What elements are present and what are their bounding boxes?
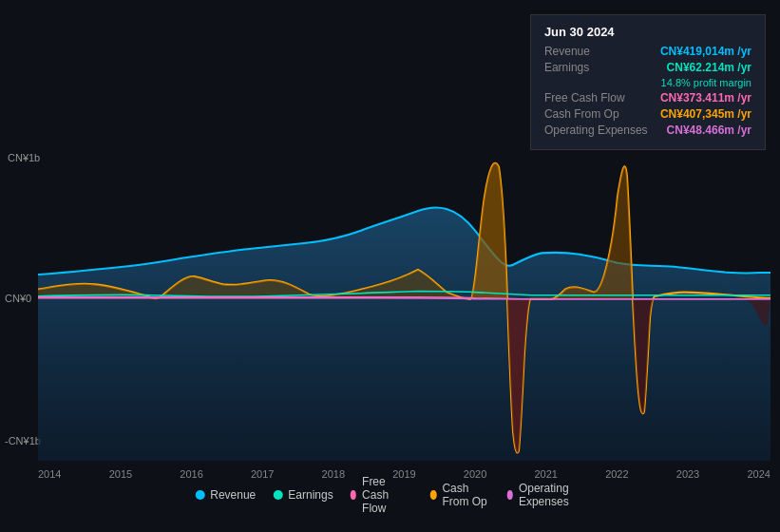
tooltip-value-fcf: CN¥373.411m /yr — [660, 91, 751, 104]
tooltip-row-opex: Operating Expenses CN¥48.466m /yr — [544, 124, 751, 137]
tooltip-value-cashfromop: CN¥407,345m /yr — [660, 107, 751, 121]
tooltip-value-earnings: CN¥62.214m /yr — [667, 61, 751, 74]
x-label-2015: 2015 — [109, 468, 132, 480]
legend-item-opex: Operating Expenses — [507, 482, 585, 508]
chart-svg-area — [38, 147, 770, 461]
legend-label-fcf: Free Cash Flow — [362, 475, 413, 515]
tooltip-row-cashfromop: Cash From Op CN¥407,345m /yr — [544, 107, 751, 121]
chart-svg — [38, 147, 770, 461]
tooltip-row-earnings: Earnings CN¥62.214m /yr — [544, 61, 751, 74]
legend-dot-cashfromop — [430, 490, 436, 500]
y-label-zero: CN¥0 — [5, 293, 31, 304]
legend-dot-earnings — [273, 490, 282, 500]
revenue-area — [38, 207, 770, 461]
y-label-top: CN¥1b — [8, 152, 40, 163]
tooltip-row-revenue: Revenue CN¥419,014m /yr — [544, 45, 751, 58]
legend-item-earnings: Earnings — [273, 488, 333, 502]
legend-label-opex: Operating Expenses — [519, 482, 585, 508]
y-label-neg: -CN¥1b — [5, 435, 41, 446]
x-label-2023: 2023 — [676, 468, 699, 480]
x-label-2024: 2024 — [747, 468, 770, 480]
tooltip-value-opex: CN¥48.466m /yr — [667, 124, 751, 137]
tooltip-label-opex: Operating Expenses — [544, 124, 648, 137]
legend-dot-opex — [507, 490, 513, 500]
legend-item-revenue: Revenue — [195, 488, 256, 502]
tooltip-row-fcf: Free Cash Flow CN¥373.411m /yr — [544, 91, 751, 104]
tooltip-label-earnings: Earnings — [544, 61, 589, 74]
x-label-2014: 2014 — [38, 468, 61, 480]
tooltip-label-revenue: Revenue — [544, 45, 590, 58]
tooltip-value-revenue: CN¥419,014m /yr — [660, 45, 751, 58]
tooltip-label-fcf: Free Cash Flow — [544, 91, 625, 104]
tooltip-date: Jun 30 2024 — [544, 25, 751, 39]
tooltip-label-cashfromop: Cash From Op — [544, 107, 619, 121]
x-label-2022: 2022 — [605, 468, 628, 480]
legend-item-cashfromop: Cash From Op — [430, 482, 489, 508]
legend-item-fcf: Free Cash Flow — [351, 475, 413, 515]
legend-dot-revenue — [195, 490, 204, 500]
legend-label-revenue: Revenue — [210, 488, 256, 502]
legend-label-cashfromop: Cash From Op — [442, 482, 489, 508]
legend-label-earnings: Earnings — [288, 488, 333, 502]
chart-container: Jun 30 2024 Revenue CN¥419,014m /yr Earn… — [0, 0, 780, 532]
tooltip-box: Jun 30 2024 Revenue CN¥419,014m /yr Earn… — [530, 14, 766, 150]
legend: Revenue Earnings Free Cash Flow Cash Fro… — [195, 475, 585, 515]
legend-dot-fcf — [351, 490, 356, 500]
tooltip-margin: 14.8% profit margin — [544, 77, 751, 88]
